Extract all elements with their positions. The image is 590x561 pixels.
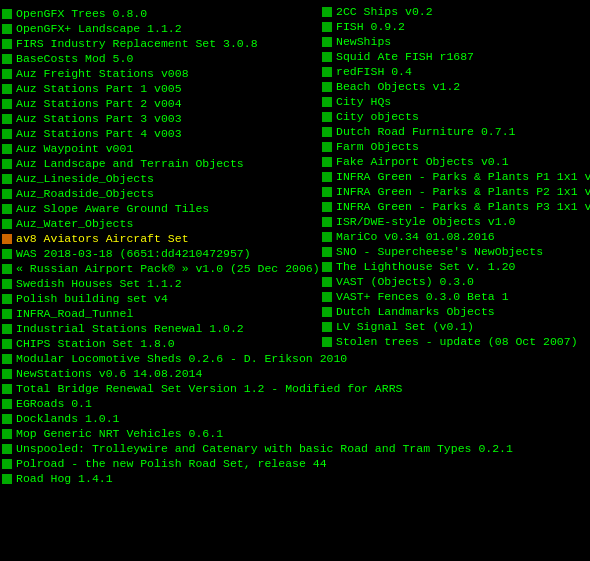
item-label: City objects [336, 109, 419, 124]
list-item: Swedish Houses Set 1.1.2 [2, 276, 318, 291]
item-label: Polish building set v4 [16, 291, 168, 306]
status-dot [322, 22, 332, 32]
status-dot [2, 459, 12, 469]
list-item: CHIPS Station Set 1.8.0 [2, 336, 318, 351]
status-dot [322, 232, 332, 242]
status-dot [2, 354, 12, 364]
item-label: LV Signal Set (v0.1) [336, 319, 474, 334]
list-item: Auz Waypoint v001 [2, 141, 318, 156]
item-label: OpenGFX+ Landscape 1.1.2 [16, 21, 182, 36]
list-item: Dutch Road Furniture 0.7.1 [322, 124, 590, 139]
list-item: Auz Stations Part 3 v003 [2, 111, 318, 126]
item-label: Auz Stations Part 1 v005 [16, 81, 182, 96]
item-label: CHIPS Station Set 1.8.0 [16, 336, 175, 351]
status-dot [2, 249, 12, 259]
list-item: MariCo v0.34 01.08.2016 [322, 229, 590, 244]
item-label: Auz Stations Part 3 v003 [16, 111, 182, 126]
item-label: EGRoads 0.1 [16, 396, 92, 411]
status-dot [2, 129, 12, 139]
status-dot [2, 369, 12, 379]
item-label: Dutch Landmarks Objects [336, 304, 495, 319]
item-label: Auz_Roadside_Objects [16, 186, 154, 201]
list-item: Auz Freight Stations v008 [2, 66, 318, 81]
list-item: Auz_Water_Objects [2, 216, 318, 231]
list-item: « Russian Airport Pack® » v1.0 (25 Dec 2… [2, 261, 318, 276]
item-label: City HQs [336, 94, 391, 109]
list-item: Unspooled: Trolleywire and Catenary with… [2, 441, 318, 456]
item-label: Polroad - the new Polish Road Set, relea… [16, 456, 327, 471]
list-item: EGRoads 0.1 [2, 396, 318, 411]
status-dot [322, 82, 332, 92]
list-item: City HQs [322, 94, 590, 109]
status-dot [2, 474, 12, 484]
item-label: Dutch Road Furniture 0.7.1 [336, 124, 515, 139]
list-item: Auz Stations Part 2 v004 [2, 96, 318, 111]
status-dot [322, 217, 332, 227]
list-item: Auz_Roadside_Objects [2, 186, 318, 201]
list-item: Auz Stations Part 1 v005 [2, 81, 318, 96]
status-dot [2, 114, 12, 124]
list-item: Beach Objects v1.2 [322, 79, 590, 94]
status-dot [322, 157, 332, 167]
item-label: Auz Stations Part 2 v004 [16, 96, 182, 111]
item-label: 2CC Ships v0.2 [336, 4, 433, 19]
status-dot [322, 37, 332, 47]
status-dot [2, 39, 12, 49]
item-label: Stolen trees - update (08 Oct 2007) [336, 334, 578, 349]
list-item: BaseCosts Mod 5.0 [2, 51, 318, 66]
list-item: City objects [322, 109, 590, 124]
list-item: av8 Aviators Aircraft Set [2, 231, 318, 246]
item-label: Fake Airport Objects v0.1 [336, 154, 509, 169]
item-label: VAST+ Fences 0.3.0 Beta 1 [336, 289, 509, 304]
item-label: Auz_Lineside_Objects [16, 171, 154, 186]
list-item: redFISH 0.4 [322, 64, 590, 79]
item-label: BaseCosts Mod 5.0 [16, 51, 133, 66]
item-label: Farm Objects [336, 139, 419, 154]
item-label: Auz Stations Part 4 v003 [16, 126, 182, 141]
item-label: Docklands 1.0.1 [16, 411, 120, 426]
item-label: Auz_Water_Objects [16, 216, 133, 231]
status-dot [2, 234, 12, 244]
list-item: OpenGFX Trees 0.8.0 [2, 6, 318, 21]
status-dot [322, 277, 332, 287]
status-dot [322, 7, 332, 17]
status-dot [2, 69, 12, 79]
list-item: Farm Objects [322, 139, 590, 154]
status-dot [322, 97, 332, 107]
status-dot [322, 247, 332, 257]
status-dot [2, 204, 12, 214]
list-item: NewStations v0.6 14.08.2014 [2, 366, 318, 381]
list-item: Dutch Landmarks Objects [322, 304, 590, 319]
status-dot [322, 127, 332, 137]
list-item: Industrial Stations Renewal 1.0.2 [2, 321, 318, 336]
item-label: MariCo v0.34 01.08.2016 [336, 229, 495, 244]
status-dot [2, 444, 12, 454]
item-label: WAS 2018-03-18 (6651:dd4210472957) [16, 246, 251, 261]
status-dot [2, 309, 12, 319]
item-label: OpenGFX Trees 0.8.0 [16, 6, 147, 21]
list-item: INFRA Green - Parks & Plants P1 1x1 v.2 [322, 169, 590, 184]
item-label: NewShips [336, 34, 391, 49]
list-item: NewShips [322, 34, 590, 49]
list-item: Auz_Lineside_Objects [2, 171, 318, 186]
status-dot [2, 24, 12, 34]
status-dot [2, 99, 12, 109]
list-item: Squid Ate FISH r1687 [322, 49, 590, 64]
list-item: OpenGFX+ Landscape 1.1.2 [2, 21, 318, 36]
list-item: The Lighthouse Set v. 1.20 [322, 259, 590, 274]
status-dot [2, 294, 12, 304]
status-dot [2, 144, 12, 154]
status-dot [322, 262, 332, 272]
item-label: SNO - Supercheese's NewObjects [336, 244, 543, 259]
status-dot [322, 322, 332, 332]
status-dot [322, 112, 332, 122]
list-item: Stolen trees - update (08 Oct 2007) [322, 334, 590, 349]
item-label: Auz Landscape and Terrain Objects [16, 156, 244, 171]
status-dot [322, 292, 332, 302]
item-label: INFRA_Road_Tunnel [16, 306, 133, 321]
item-label: INFRA Green - Parks & Plants P2 1x1 v.2 [336, 184, 590, 199]
status-dot [2, 384, 12, 394]
list-item: FISH 0.9.2 [322, 19, 590, 34]
item-label: av8 Aviators Aircraft Set [16, 231, 189, 246]
status-dot [2, 84, 12, 94]
